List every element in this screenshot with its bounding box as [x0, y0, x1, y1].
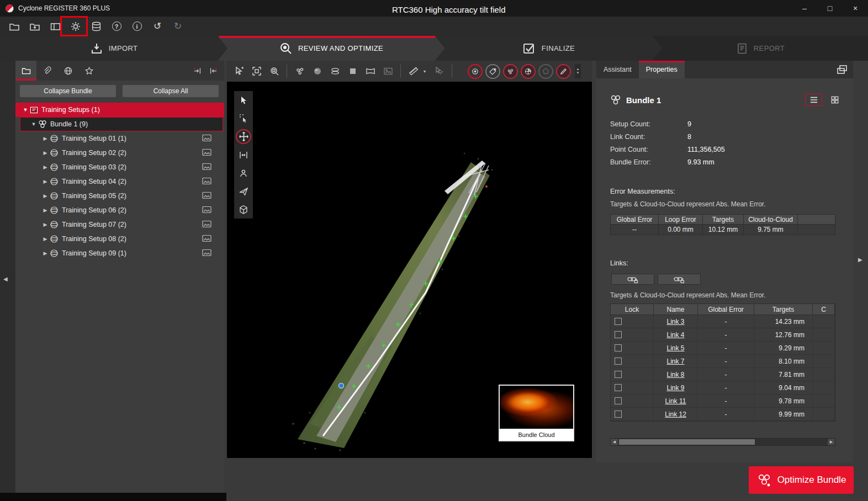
expand-chevron-icon[interactable]: ▶ — [41, 250, 50, 256]
link-name[interactable]: Link 12 — [665, 411, 686, 418]
sphere-visibility-toggle[interactable] — [521, 64, 536, 79]
measure-ruler-icon[interactable] — [406, 64, 421, 79]
dock-panel-right-icon[interactable] — [207, 63, 221, 78]
expand-chevron-icon[interactable]: ▶ — [41, 236, 50, 242]
tab-project-tree[interactable] — [15, 61, 36, 81]
unlock-links-button[interactable] — [658, 274, 701, 285]
maximize-button[interactable]: □ — [817, 0, 843, 17]
lock-checkbox[interactable] — [615, 411, 622, 418]
lock-checkbox[interactable] — [615, 397, 622, 404]
tree-item-setup[interactable]: ▶ Training Setup 03 (2) — [15, 160, 224, 174]
setup-image-icon[interactable] — [202, 134, 211, 142]
info-icon[interactable]: i — [130, 20, 144, 33]
database-icon[interactable] — [89, 20, 103, 33]
expand-chevron-icon[interactable]: ▼ — [21, 107, 30, 113]
help-icon[interactable]: ? — [110, 20, 123, 33]
point-cloud-icon[interactable] — [292, 64, 307, 79]
viewport-3d[interactable]: ▾ ▲▼ — [227, 61, 592, 458]
expand-chevron-icon[interactable]: ▶ — [41, 136, 50, 141]
expand-chevron-icon[interactable]: ▶ — [41, 150, 50, 156]
lock-checkbox[interactable] — [615, 371, 622, 378]
cube-view-tool-icon[interactable] — [234, 200, 253, 218]
list-view-button[interactable] — [805, 94, 822, 106]
workflow-step-import[interactable]: IMPORT — [0, 36, 227, 61]
workflow-step-finalize[interactable]: FINALIZE — [435, 36, 663, 61]
collapse-bundle-button[interactable]: Collapse Bundle — [20, 85, 116, 97]
lock-checkbox[interactable] — [615, 331, 622, 338]
setup-image-icon[interactable] — [202, 220, 211, 228]
toolbar-overflow-scroll[interactable]: ▲▼ — [575, 64, 581, 78]
links-table-scrollbar[interactable]: ◀ ▶ — [610, 438, 835, 446]
expand-chevron-icon[interactable]: ▶ — [41, 164, 50, 170]
lock-checkbox[interactable] — [615, 384, 622, 391]
select-cursor-icon[interactable] — [234, 91, 253, 109]
pick-select-icon[interactable] — [234, 109, 253, 127]
geometry-visibility-toggle[interactable] — [538, 64, 553, 79]
expand-right-panel-icon[interactable]: ▶ — [858, 257, 862, 263]
ruler-dropdown-chevron-icon[interactable]: ▾ — [424, 69, 429, 74]
lock-links-button[interactable] — [611, 274, 654, 285]
scroll-left-icon[interactable]: ◀ — [611, 439, 618, 445]
plane-icon[interactable] — [345, 64, 360, 79]
expand-chevron-icon[interactable]: ▶ — [41, 179, 50, 184]
tab-properties[interactable]: Properties — [639, 61, 685, 78]
workflow-step-review-and-optimize[interactable]: REVIEW AND OPTIMIZE — [218, 36, 445, 61]
cloud-visibility-toggle[interactable] — [503, 64, 518, 79]
setup-image-icon[interactable] — [202, 191, 211, 199]
link-row[interactable]: Link 8 - 7.81 mm — [611, 368, 835, 381]
redo-icon[interactable]: ↻ — [171, 20, 184, 33]
link-name[interactable]: Link 9 — [666, 384, 684, 392]
link-row[interactable]: Link 5 - 9.29 mm — [611, 342, 835, 355]
cloud-stack-icon[interactable] — [327, 64, 342, 79]
setup-image-icon[interactable] — [202, 148, 211, 156]
image-view-icon[interactable] — [380, 64, 395, 79]
setup-image-icon[interactable] — [202, 177, 211, 185]
align-center-tool-icon[interactable] — [234, 146, 253, 164]
tree-item-setup[interactable]: ▶ Training Setup 05 (2) — [15, 189, 224, 203]
panorama-icon[interactable] — [363, 64, 378, 79]
settings-gear-icon[interactable] — [69, 20, 82, 33]
workflow-step-report[interactable]: REPORT — [653, 36, 868, 61]
setup-image-icon[interactable] — [202, 163, 211, 170]
pan-move-tool-icon[interactable] — [234, 127, 253, 146]
measure-pointer-icon[interactable] — [432, 64, 447, 79]
link-row[interactable]: Link 11 - 9.78 mm — [611, 395, 835, 408]
setup-view-tool-icon[interactable] — [234, 164, 253, 182]
panel-layout-icon[interactable] — [49, 20, 62, 33]
setup-image-icon[interactable] — [202, 249, 211, 257]
setup-image-icon[interactable] — [202, 234, 211, 242]
tree-item-setup[interactable]: ▶ Training Setup 04 (2) — [15, 174, 224, 189]
link-row[interactable]: Link 4 - 12.76 mm — [611, 328, 835, 342]
link-name[interactable]: Link 3 — [666, 318, 684, 326]
tree-item-setup[interactable]: ▶ Training Setup 08 (2) — [15, 232, 224, 246]
scroll-right-icon[interactable]: ▶ — [828, 439, 835, 445]
annotation-pen-toggle[interactable] — [556, 64, 571, 79]
lock-checkbox[interactable] — [615, 344, 622, 351]
link-name[interactable]: Link 5 — [666, 344, 684, 352]
scrollbar-thumb[interactable] — [619, 439, 755, 445]
pointer-sparkle-icon[interactable] — [231, 64, 246, 79]
lock-checkbox[interactable] — [615, 318, 622, 325]
tree-item-setup[interactable]: ▶ Training Setup 09 (1) — [15, 246, 224, 260]
lock-checkbox[interactable] — [615, 358, 622, 365]
link-row[interactable]: Link 7 - 8.10 mm — [611, 355, 835, 368]
label-visibility-toggle[interactable] — [485, 64, 500, 79]
link-row[interactable]: Link 9 - 9.04 mm — [611, 381, 835, 395]
tab-attachments[interactable] — [36, 61, 57, 81]
grid-view-button[interactable] — [826, 94, 843, 106]
minimize-button[interactable]: – — [792, 0, 817, 17]
bundle-cloud-thumbnail[interactable]: Bundle Cloud — [499, 385, 574, 441]
link-row[interactable]: Link 12 - 9.99 mm — [611, 408, 835, 421]
fit-view-icon[interactable] — [249, 64, 264, 79]
open-project-icon[interactable] — [8, 20, 21, 33]
undock-panel-icon[interactable] — [831, 61, 853, 78]
close-button[interactable]: × — [843, 0, 868, 17]
link-row[interactable]: Link 3 - 14.23 mm — [611, 315, 835, 328]
expand-chevron-icon[interactable]: ▶ — [41, 222, 50, 227]
tree-item-setup[interactable]: ▶ Training Setup 01 (1) — [15, 131, 224, 146]
link-name[interactable]: Link 8 — [666, 371, 684, 379]
tab-assistant[interactable]: Assistant — [596, 61, 639, 78]
zoom-window-icon[interactable] — [267, 64, 282, 79]
tree-item-setup[interactable]: ▶ Training Setup 07 (2) — [15, 217, 224, 232]
import-folder-icon[interactable] — [28, 20, 41, 33]
